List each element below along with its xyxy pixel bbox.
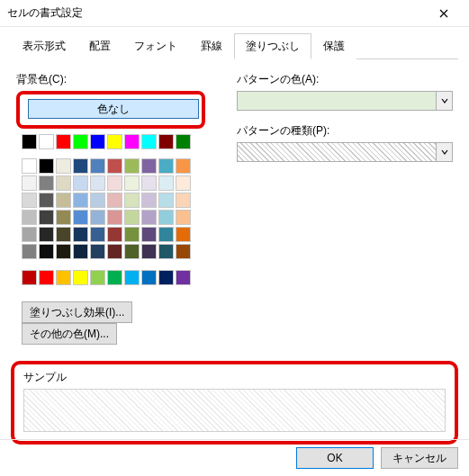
color-swatch[interactable] bbox=[73, 193, 88, 208]
color-swatch[interactable] bbox=[39, 227, 54, 242]
color-swatch[interactable] bbox=[73, 134, 88, 149]
color-swatch[interactable] bbox=[124, 270, 140, 285]
more-colors-button[interactable]: その他の色(M)... bbox=[22, 323, 117, 345]
color-swatch[interactable] bbox=[22, 244, 37, 259]
sample-preview bbox=[23, 389, 446, 432]
color-swatch[interactable] bbox=[56, 134, 71, 149]
tab-4[interactable]: 塗りつぶし bbox=[234, 33, 311, 59]
color-swatch[interactable] bbox=[73, 210, 88, 225]
color-swatch[interactable] bbox=[56, 158, 71, 174]
tab-5[interactable]: 保護 bbox=[311, 33, 356, 59]
pattern-color-arrow[interactable] bbox=[437, 91, 453, 111]
color-swatch[interactable] bbox=[158, 244, 174, 259]
color-swatch[interactable] bbox=[22, 158, 37, 174]
color-swatch[interactable] bbox=[107, 244, 122, 259]
color-swatch[interactable] bbox=[22, 175, 37, 191]
color-swatch[interactable] bbox=[56, 193, 71, 208]
tab-3[interactable]: 罫線 bbox=[189, 33, 234, 59]
color-swatch[interactable] bbox=[124, 134, 140, 149]
color-swatch[interactable] bbox=[124, 210, 140, 225]
color-swatch[interactable] bbox=[22, 270, 37, 285]
color-swatch[interactable] bbox=[39, 210, 54, 225]
color-swatch[interactable] bbox=[141, 158, 157, 174]
color-swatch[interactable] bbox=[90, 193, 105, 208]
cancel-button[interactable]: キャンセル bbox=[381, 447, 458, 469]
color-swatch[interactable] bbox=[90, 175, 105, 191]
color-swatch[interactable] bbox=[141, 193, 157, 208]
color-swatch[interactable] bbox=[124, 175, 140, 191]
color-swatch[interactable] bbox=[141, 210, 157, 225]
fill-effects-button[interactable]: 塗りつぶし効果(I)... bbox=[22, 301, 132, 323]
color-swatch[interactable] bbox=[90, 158, 105, 174]
color-swatch[interactable] bbox=[73, 175, 88, 191]
no-color-button[interactable]: 色なし bbox=[28, 99, 199, 119]
color-swatch[interactable] bbox=[73, 158, 88, 174]
color-swatch[interactable] bbox=[107, 175, 122, 191]
color-swatch[interactable] bbox=[39, 270, 54, 285]
color-swatch[interactable] bbox=[22, 134, 37, 149]
color-swatch[interactable] bbox=[158, 210, 174, 225]
color-swatch[interactable] bbox=[90, 134, 105, 149]
color-swatch[interactable] bbox=[141, 270, 157, 285]
color-swatch[interactable] bbox=[107, 227, 122, 242]
color-swatch[interactable] bbox=[90, 244, 105, 259]
color-swatch[interactable] bbox=[90, 227, 105, 242]
color-swatch[interactable] bbox=[176, 227, 191, 242]
color-swatch[interactable] bbox=[124, 244, 140, 259]
color-swatch[interactable] bbox=[56, 244, 71, 259]
color-swatch[interactable] bbox=[124, 227, 140, 242]
color-swatch[interactable] bbox=[56, 227, 71, 242]
tab-2[interactable]: フォント bbox=[122, 33, 189, 59]
color-swatch[interactable] bbox=[39, 175, 54, 191]
color-swatch[interactable] bbox=[73, 270, 88, 285]
color-swatch[interactable] bbox=[90, 210, 105, 225]
tab-1[interactable]: 配置 bbox=[77, 33, 122, 59]
color-swatch[interactable] bbox=[22, 210, 37, 225]
pattern-color-dropdown[interactable] bbox=[237, 91, 453, 111]
color-swatch[interactable] bbox=[141, 227, 157, 242]
pattern-type-arrow[interactable] bbox=[437, 142, 453, 162]
color-swatch[interactable] bbox=[107, 210, 122, 225]
color-swatch[interactable] bbox=[56, 175, 71, 191]
color-swatch[interactable] bbox=[176, 193, 191, 208]
close-icon bbox=[439, 9, 448, 18]
color-swatch[interactable] bbox=[176, 158, 191, 174]
ok-button[interactable]: OK bbox=[296, 447, 374, 469]
color-swatch[interactable] bbox=[107, 270, 122, 285]
color-swatch[interactable] bbox=[107, 158, 122, 174]
color-swatch[interactable] bbox=[39, 244, 54, 259]
color-swatch[interactable] bbox=[22, 227, 37, 242]
color-swatch[interactable] bbox=[90, 270, 105, 285]
color-swatch[interactable] bbox=[107, 193, 122, 208]
color-swatch[interactable] bbox=[141, 175, 157, 191]
color-swatch[interactable] bbox=[158, 193, 174, 208]
color-swatch[interactable] bbox=[158, 270, 174, 285]
color-swatch[interactable] bbox=[39, 193, 54, 208]
color-swatch[interactable] bbox=[73, 227, 88, 242]
color-swatch[interactable] bbox=[158, 134, 174, 149]
color-swatch[interactable] bbox=[107, 134, 122, 149]
color-swatch[interactable] bbox=[39, 158, 54, 174]
color-swatch[interactable] bbox=[176, 134, 191, 149]
tab-0[interactable]: 表示形式 bbox=[11, 33, 77, 59]
color-swatch[interactable] bbox=[176, 270, 191, 285]
color-swatch[interactable] bbox=[56, 270, 71, 285]
color-swatch[interactable] bbox=[176, 175, 191, 191]
close-button[interactable] bbox=[426, 1, 462, 26]
color-swatch[interactable] bbox=[56, 210, 71, 225]
color-swatch[interactable] bbox=[22, 193, 37, 208]
palette-theme bbox=[16, 158, 219, 259]
color-swatch[interactable] bbox=[176, 244, 191, 259]
color-swatch[interactable] bbox=[158, 175, 174, 191]
no-color-highlight: 色なし bbox=[16, 91, 205, 129]
color-swatch[interactable] bbox=[141, 244, 157, 259]
color-swatch[interactable] bbox=[141, 134, 157, 149]
color-swatch[interactable] bbox=[124, 158, 140, 174]
pattern-type-dropdown[interactable] bbox=[237, 142, 453, 162]
color-swatch[interactable] bbox=[39, 134, 54, 149]
color-swatch[interactable] bbox=[158, 158, 174, 174]
color-swatch[interactable] bbox=[176, 210, 191, 225]
color-swatch[interactable] bbox=[124, 193, 140, 208]
color-swatch[interactable] bbox=[73, 244, 88, 259]
color-swatch[interactable] bbox=[158, 227, 174, 242]
